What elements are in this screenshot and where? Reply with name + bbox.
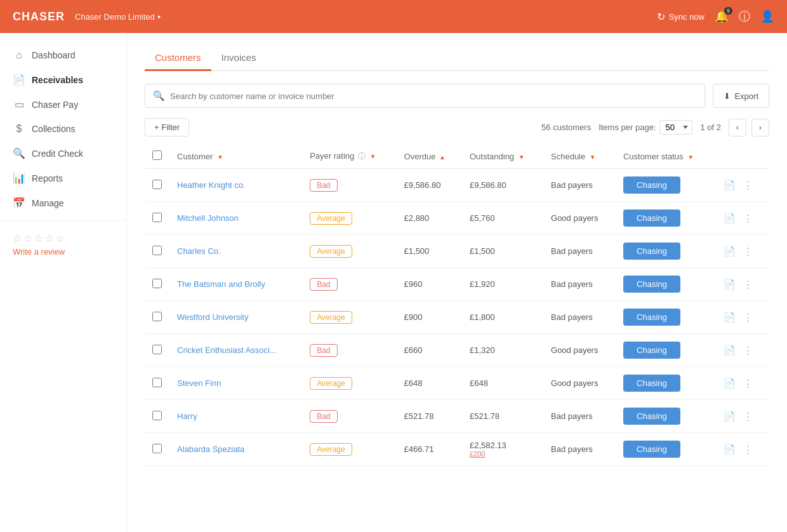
customer-link[interactable]: Charles Co. (177, 246, 221, 256)
sidebar-item-reports[interactable]: 📊 Reports (0, 166, 126, 190)
sync-button[interactable]: ↻ Sync now (657, 11, 704, 23)
schedule-cell: Good payers (543, 334, 616, 367)
more-actions-button[interactable]: ⋮ (742, 277, 754, 291)
more-actions-button[interactable]: ⋮ (742, 211, 754, 225)
chasing-button[interactable]: Chasing (623, 375, 680, 392)
row-checkbox-cell (145, 334, 169, 367)
row-checkbox-cell (145, 169, 169, 202)
sync-label: Sync now (669, 12, 704, 22)
row-checkbox-cell (145, 268, 169, 301)
sidebar-item-chaser-pay[interactable]: ▭ Chaser Pay (0, 92, 126, 117)
status-cell: Chasing (616, 433, 715, 466)
customer-name-cell: Westford University (169, 301, 302, 334)
select-all-checkbox[interactable] (152, 150, 162, 160)
actions-cell: 📄 ⋮ (715, 301, 769, 334)
chasing-button[interactable]: Chasing (623, 176, 680, 194)
document-action-button[interactable]: 📄 (722, 211, 737, 225)
more-actions-button[interactable]: ⋮ (742, 442, 754, 456)
schedule-cell: Good payers (543, 367, 616, 400)
schedule-cell: Bad payers (543, 301, 616, 334)
tab-customers[interactable]: Customers (145, 46, 211, 71)
row-checkbox[interactable] (152, 411, 162, 420)
row-checkbox[interactable] (152, 378, 162, 387)
customer-link[interactable]: Heather Knight co. (177, 180, 246, 190)
row-checkbox[interactable] (152, 312, 162, 321)
document-action-button[interactable]: 📄 (722, 409, 737, 423)
chasing-button[interactable]: Chasing (623, 441, 680, 458)
customer-link[interactable]: Mitchell Johnson (177, 213, 239, 223)
col-header-customer[interactable]: Customer ▼ (169, 144, 302, 169)
document-action-button[interactable]: 📄 (722, 178, 737, 192)
help-button[interactable]: ⓘ (739, 9, 750, 24)
row-checkbox[interactable] (152, 246, 162, 255)
more-actions-button[interactable]: ⋮ (742, 178, 754, 192)
sidebar-item-manage[interactable]: 📅 Manage (0, 190, 126, 215)
document-action-button[interactable]: 📄 (722, 442, 737, 456)
customer-link[interactable]: Cricket Enthusiast Associ... (177, 345, 277, 355)
more-actions-button[interactable]: ⋮ (742, 343, 754, 357)
export-button[interactable]: ⬇ Export (713, 84, 769, 108)
more-actions-button[interactable]: ⋮ (742, 310, 754, 324)
customer-name-cell: Cricket Enthusiast Associ... (169, 334, 302, 367)
col-header-outstanding[interactable]: Outstanding ▼ (462, 144, 543, 169)
tab-invoices[interactable]: Invoices (211, 46, 267, 71)
row-checkbox[interactable] (152, 444, 162, 453)
chasing-button[interactable]: Chasing (623, 408, 680, 425)
overdue-cell: £648 (397, 367, 462, 400)
more-actions-button[interactable]: ⋮ (742, 244, 754, 258)
payer-rating-badge: Bad (310, 179, 337, 192)
customer-link[interactable]: Westford University (177, 312, 248, 322)
document-action-button[interactable]: 📄 (722, 277, 737, 291)
col-header-overdue[interactable]: Overdue ▲ (397, 144, 462, 169)
outstanding-value: £5,760 (470, 213, 495, 223)
search-input[interactable] (170, 91, 697, 101)
payer-rating-cell: Bad (302, 400, 396, 433)
chasing-button[interactable]: Chasing (623, 243, 680, 260)
row-actions: 📄 ⋮ (722, 244, 762, 258)
document-action-button[interactable]: 📄 (722, 343, 737, 357)
prev-page-button[interactable]: ‹ (729, 119, 746, 136)
row-checkbox[interactable] (152, 279, 162, 288)
filter-button[interactable]: + Filter (145, 118, 189, 136)
document-action-button[interactable]: 📄 (722, 310, 737, 324)
chasing-button[interactable]: Chasing (623, 209, 680, 227)
actions-cell: 📄 ⋮ (715, 400, 769, 433)
sidebar-item-dashboard[interactable]: ⌂ Dashboard (0, 43, 126, 67)
items-per-page-select[interactable]: 50 25 100 (659, 120, 692, 135)
chasing-button[interactable]: Chasing (623, 276, 680, 293)
chasing-button[interactable]: Chasing (623, 309, 680, 326)
chasing-button[interactable]: Chasing (623, 342, 680, 359)
user-profile-button[interactable]: 👤 (760, 10, 774, 23)
sidebar-item-collections[interactable]: $ Collections (0, 117, 126, 141)
star-2[interactable]: ☆ (23, 232, 32, 244)
star-4[interactable]: ☆ (45, 232, 54, 244)
col-header-status[interactable]: Customer status ▼ (616, 144, 715, 169)
customer-link[interactable]: Harry (177, 411, 197, 421)
star-1[interactable]: ☆ (13, 232, 22, 244)
col-header-schedule[interactable]: Schedule ▼ (543, 144, 616, 169)
write-review-link[interactable]: Write a review (13, 247, 114, 256)
company-selector[interactable]: Chaser Demo Limited ▾ (75, 12, 161, 22)
more-actions-button[interactable]: ⋮ (742, 376, 754, 390)
customer-link[interactable]: Alabarda Speziata (177, 444, 244, 454)
row-checkbox[interactable] (152, 180, 162, 189)
row-actions: 📄 ⋮ (722, 343, 762, 357)
sidebar-item-credit-check[interactable]: 🔍 Credit Check (0, 141, 126, 166)
customer-link[interactable]: The Batsman and Brolly (177, 279, 265, 289)
document-action-button[interactable]: 📄 (722, 244, 737, 258)
actions-cell: 📄 ⋮ (715, 433, 769, 466)
star-5[interactable]: ☆ (56, 232, 65, 244)
row-checkbox[interactable] (152, 345, 162, 354)
row-checkbox[interactable] (152, 213, 162, 222)
sidebar-item-receivables[interactable]: 📄 Receivables (0, 67, 126, 92)
customer-link[interactable]: Steven Finn (177, 378, 221, 388)
star-3[interactable]: ☆ (34, 232, 43, 244)
notifications-button[interactable]: 🔔 9 (715, 10, 729, 23)
sort-icon: ▼ (590, 154, 596, 161)
col-header-payer-rating[interactable]: Payer rating ⓘ ▼ (302, 144, 396, 169)
row-checkbox-cell (145, 301, 169, 334)
more-actions-button[interactable]: ⋮ (742, 409, 754, 423)
document-action-button[interactable]: 📄 (722, 376, 737, 390)
next-page-button[interactable]: › (751, 119, 769, 136)
sidebar-review-section: ☆ ☆ ☆ ☆ ☆ Write a review (0, 226, 126, 263)
